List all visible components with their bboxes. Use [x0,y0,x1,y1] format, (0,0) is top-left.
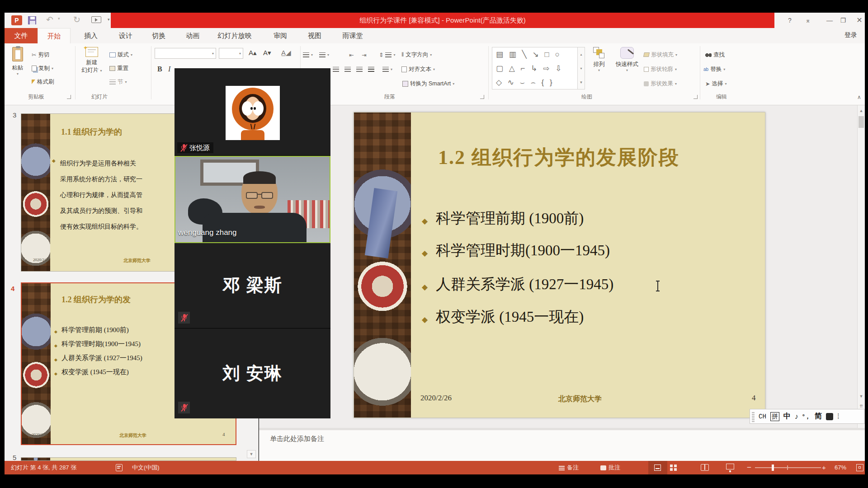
increase-indent-icon[interactable]: ⇥ [362,50,366,60]
slide-thumbnail-5[interactable] [21,457,236,461]
language-indicator[interactable]: 中文(中国) [132,461,160,474]
undo-icon[interactable]: ↶ [46,14,53,25]
zoom-level[interactable]: 67% [835,461,846,474]
shapes-gallery[interactable]: ▤ ▥ ╲ ↘ □ ○ ▢ △ ⌐ ↳ ⇨ ⇩ ◇ ∿ ⌣ ⌢ { } [492,47,578,89]
quick-styles-button[interactable]: 快速样式 ▾ [612,47,642,72]
layout-button[interactable]: 版式▾ [109,50,132,60]
ime-language-bar[interactable]: CH 拼 中 ♪ °， 简 ⁞ [750,409,865,424]
numbering-button[interactable]: ▾ [319,50,329,60]
minimize-icon[interactable]: — [823,13,836,28]
close-icon[interactable]: ✕ [853,13,866,28]
tab-file[interactable]: 文件 [5,28,38,43]
paste-button[interactable]: 粘贴 ▾ [7,47,28,76]
copy-button[interactable]: 复制▾ [32,63,53,73]
align-right-icon[interactable] [356,64,363,74]
clipboard-dialog-launcher-icon[interactable] [67,95,71,99]
notes-toggle[interactable]: 备注 [559,461,579,474]
tab-rain-classroom[interactable]: 雨课堂 [335,28,370,43]
arrange-button[interactable]: 排列 ▾ [588,47,610,72]
shrink-font-icon[interactable]: A▾ [263,49,271,57]
participant-tile-active-video[interactable]: wenguang zhang [175,156,330,243]
paragraph-dialog-launcher-icon[interactable] [480,95,484,99]
fit-slide-to-window-icon[interactable] [856,464,863,471]
undo-dropdown-icon[interactable]: ▾ [58,16,60,21]
new-slide-button[interactable]: ✦ 新建 幻灯片 ▾ [79,47,105,74]
reset-button[interactable]: 重置 [109,63,128,73]
start-slideshow-icon[interactable] [91,16,101,23]
grow-font-icon[interactable]: A▴ [249,49,257,57]
replace-button[interactable]: ab 替换▾ [703,64,725,74]
drawing-dialog-launcher-icon[interactable] [693,95,698,99]
clear-formatting-icon[interactable]: A̲◢ [281,49,291,57]
format-painter-button[interactable]: 格式刷 [32,77,54,87]
save-icon[interactable] [28,16,36,24]
tab-insert[interactable]: 插入 [76,28,106,43]
comments-toggle[interactable]: 批注 [600,461,620,474]
ime-punctuation-icon[interactable]: °， [802,413,811,421]
shape-outline-button[interactable]: 形状轮廓▾ [644,64,677,74]
zoom-slider-track[interactable] [755,467,821,468]
decrease-indent-icon[interactable]: ⇤ [349,50,354,60]
align-center-icon[interactable] [344,64,351,74]
sign-in-link[interactable]: 登录 [844,31,857,39]
tab-animations[interactable]: 动画 [179,28,206,43]
redo-icon[interactable]: ↻ [73,14,80,25]
ime-drag-handle[interactable] [752,411,755,422]
restore-icon[interactable]: ❐ [836,13,850,28]
participant-tile[interactable]: 邓 梁斯 [175,243,330,328]
ime-simplified-icon[interactable]: 简 [815,412,822,421]
scroll-down-icon[interactable]: ▼ [858,393,864,400]
shape-effects-button[interactable]: 形状效果▾ [644,79,677,89]
collapse-ribbon-icon[interactable]: ∧ [857,94,861,100]
tab-home[interactable]: 开始 [38,28,71,43]
ime-chinese-mode-icon[interactable]: 中 [783,412,791,421]
ribbon-display-options-icon[interactable]: ⌅ [801,13,815,28]
ime-lang-indicator[interactable]: CH [759,413,766,420]
scroll-up-icon[interactable]: ▲ [858,107,864,114]
shapes-gallery-scroll[interactable]: ▴▾▼ [578,47,585,89]
normal-view-button[interactable] [648,461,667,474]
tab-design[interactable]: 设计 [111,28,140,43]
scrollbar-thumb[interactable] [859,116,864,128]
text-direction-button[interactable]: ⫴ 文字方向▾ [401,50,432,60]
vertical-scrollbar[interactable]: ▲ ▼ ⇈ ⇊ [857,105,865,428]
justify-icon[interactable] [368,64,374,74]
cut-button[interactable]: ✂剪切 [32,50,49,60]
select-button[interactable]: ➤ 选择▾ [705,79,727,89]
tab-view[interactable]: 视图 [301,28,328,43]
notes-pane[interactable]: 单击此处添加备注 [259,430,865,461]
help-icon[interactable]: ? [783,13,797,28]
zoom-out-button[interactable]: − [747,461,751,474]
smartart-button[interactable]: 转换为 SmartArt▾ [402,79,454,89]
slideshow-view-icon[interactable] [726,464,734,469]
ime-more-icon[interactable]: ⁞ [837,413,839,421]
zoom-slider-thumb[interactable] [772,465,774,471]
participant-tile[interactable]: 刘 安琳 [175,328,330,418]
thumbnail-panel-scroll-down-icon[interactable]: ▼ [247,450,256,458]
font-size-combobox[interactable]: ▾ [219,48,243,59]
reading-view-icon[interactable] [701,464,709,471]
slide-sorter-view-icon[interactable] [670,465,677,471]
ime-settings-icon[interactable] [826,413,833,420]
find-button[interactable]: 查找 [705,50,725,60]
main-slide[interactable]: 1.2 组织行为学的发展阶段 ◆ 科学管理前期 (1900前) ◆ 科学管理时期… [354,112,765,418]
bold-button[interactable]: B [157,65,162,73]
shape-fill-button[interactable]: 形状填充▾ [644,50,677,60]
line-spacing-button[interactable]: ⇕▾ [379,50,396,60]
columns-button[interactable]: ▾ [382,64,392,74]
qat-customize-icon[interactable]: ▾ [108,17,110,22]
tab-slideshow[interactable]: 幻灯片放映 [211,28,259,43]
align-left-icon[interactable] [333,64,339,74]
ime-pinyin-icon[interactable]: 拼 [770,412,779,421]
tab-review[interactable]: 审阅 [267,28,294,43]
spell-check-icon[interactable] [116,464,123,471]
bullets-button[interactable]: ▾ [303,50,313,60]
italic-button[interactable]: I [168,65,170,73]
align-text-button[interactable]: 对齐文本▾ [401,64,435,74]
ime-tone-icon[interactable]: ♪ [795,413,798,421]
section-button[interactable]: 节▾ [109,77,127,87]
participant-tile[interactable]: 张悦源 [175,68,330,156]
font-name-combobox[interactable]: ▾ [155,48,216,59]
zoom-in-button[interactable]: + [822,461,826,474]
tab-transitions[interactable]: 切换 [144,28,174,43]
